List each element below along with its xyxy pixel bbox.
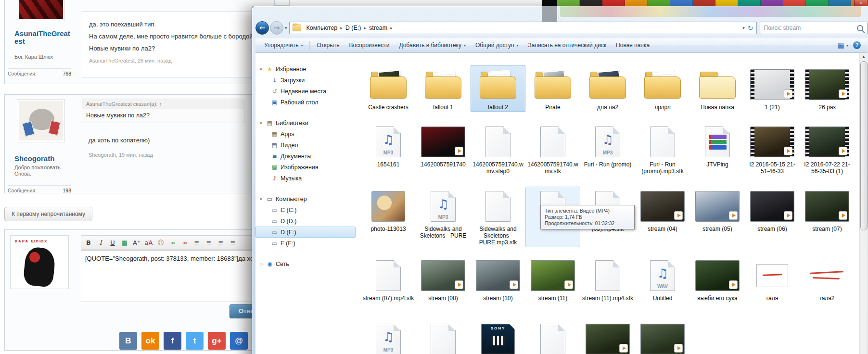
file-item[interactable]: stream (07) xyxy=(800,187,855,247)
file-item[interactable] xyxy=(580,319,635,354)
file-item[interactable]: stream (07).mp4.sfk xyxy=(361,256,416,303)
sidebar-item[interactable]: ▷◉Сеть xyxy=(255,258,356,269)
file-item[interactable]: лрлрл xyxy=(635,65,690,112)
scrollbar-thumb[interactable] xyxy=(860,61,868,230)
sidebar-item[interactable]: ▣Рабочий стол xyxy=(255,97,356,108)
file-item[interactable]: выеби его сука xyxy=(690,256,745,303)
jump-to-unread-button[interactable]: К первому непрочитанному xyxy=(4,207,92,221)
sidebar-item[interactable]: ▭D (D:) xyxy=(255,215,356,227)
vertical-scrollbar[interactable]: ▲ xyxy=(859,53,868,354)
quote-header[interactable]: AsunaiTheGreatest сказал(а): ↑ xyxy=(82,99,244,109)
file-item[interactable]: Новая папка xyxy=(690,65,745,112)
breadcrumb-item[interactable]: stream xyxy=(367,24,390,32)
address-bar[interactable]: Компьютер▸D (E:)▸stream▸ ▾ ↻ xyxy=(289,22,757,34)
view-dropdown-icon[interactable]: ▾ xyxy=(846,43,848,48)
toolbar-button[interactable]: Открыть xyxy=(312,39,344,51)
breadcrumb-separator-icon[interactable]: ▸ xyxy=(390,25,393,30)
sidebar-item[interactable]: ▾★Избранное xyxy=(255,63,356,75)
file-item[interactable]: галя2 xyxy=(800,256,855,303)
sidebar-item[interactable]: ▾▤Библиотеки xyxy=(255,117,356,128)
file-item[interactable]: 1 (21) xyxy=(745,65,800,112)
avatar[interactable] xyxy=(17,99,65,142)
file-item[interactable]: ♫MP3Furi - Run (promo) xyxy=(580,122,635,176)
file-item[interactable]: I2 2016-07-22 21-56-35-83 (1) xyxy=(800,122,855,176)
messages-value[interactable]: 768 xyxy=(63,71,71,76)
editor-avatar[interactable]: КАРА ШЛЮХ xyxy=(10,235,69,289)
file-item[interactable]: 14620057591740.wmv.sfk xyxy=(525,122,580,176)
recent-pages-dropdown-icon[interactable]: ▾ xyxy=(285,25,287,30)
file-item[interactable]: ♫MP3 xyxy=(361,319,416,354)
sidebar-item[interactable]: ▾▭Компьютер xyxy=(255,193,356,204)
sidebar-item[interactable]: ▤Видео xyxy=(255,139,356,151)
sidebar-item[interactable]: ↺Недавние места xyxy=(255,86,356,97)
toolbar-button[interactable]: Записать на оптический диск xyxy=(523,39,612,51)
file-item[interactable]: stream (04) xyxy=(635,187,690,247)
file-item[interactable]: photo-113013 xyxy=(361,187,416,247)
toolbar-button[interactable]: Упорядочить▾ xyxy=(259,39,307,51)
link-icon[interactable]: ∞ xyxy=(168,239,177,246)
file-item[interactable]: ♫WAVUntitled xyxy=(635,256,690,303)
file-item[interactable]: SONY xyxy=(471,319,525,354)
expander-icon[interactable]: ▾ xyxy=(260,197,266,202)
toolbar-button[interactable]: Добавить в библиотеку▾ xyxy=(394,39,471,51)
help-icon[interactable]: ? xyxy=(853,41,861,49)
toolbar-button[interactable]: Новая папка xyxy=(611,39,654,51)
italic-icon[interactable]: I xyxy=(96,239,105,246)
social-button-vk[interactable]: В xyxy=(119,332,137,350)
file-item[interactable]: stream (11) xyxy=(525,256,580,303)
file-item[interactable]: Sidewalks and Skeletons - PURE.mp3.sfk xyxy=(471,187,525,247)
file-item[interactable]: stream (10) xyxy=(471,256,525,303)
post-meta[interactable]: AsunaiTheGreatest, 26 мин. назад xyxy=(89,58,273,63)
bold-icon[interactable]: B xyxy=(84,239,93,246)
file-item[interactable]: fallout 2 xyxy=(471,65,525,112)
breadcrumb-item[interactable]: D (E:) xyxy=(343,24,364,32)
sidebar-item[interactable]: ▭F (F:) xyxy=(255,238,356,249)
underline-icon[interactable]: U xyxy=(108,239,117,246)
list-icon[interactable]: ≡ xyxy=(217,239,225,246)
address-dropdown-icon[interactable]: ▾ xyxy=(742,25,745,30)
file-item[interactable] xyxy=(635,319,690,354)
search-box[interactable]: Поиск: stream xyxy=(760,22,868,34)
change-view-icon[interactable]: ▦ xyxy=(838,41,844,50)
post-meta[interactable]: Sheogorath, 19 мин. назад xyxy=(89,152,153,158)
file-item[interactable]: JTVPing xyxy=(690,122,745,176)
scroll-up-arrow-icon[interactable]: ▲ xyxy=(860,53,868,61)
expander-icon[interactable]: ▾ xyxy=(260,67,266,72)
social-button-mail[interactable]: @ xyxy=(230,332,248,350)
file-item[interactable]: ♫MP31654161 xyxy=(361,122,416,176)
file-item[interactable]: fallout 1 xyxy=(416,65,471,112)
sidebar-item[interactable]: ≡Документы xyxy=(255,151,356,162)
file-item[interactable]: Castle crashers xyxy=(361,65,416,112)
toolbar-button[interactable]: Общий доступ▾ xyxy=(471,39,523,51)
table-icon[interactable]: ▦ xyxy=(120,239,129,246)
file-item[interactable]: 26 раз xyxy=(800,65,855,112)
messages-value[interactable]: 198 xyxy=(63,188,71,193)
unlink-icon[interactable]: ∞ xyxy=(180,239,189,246)
file-item[interactable]: I2 2016-05-15 21-51-46-33 xyxy=(745,122,800,176)
align-left-icon[interactable]: ≡ xyxy=(192,239,201,246)
sidebar-item[interactable]: ▭C (C:) xyxy=(255,204,356,215)
sidebar-item[interactable]: ↓Загрузки xyxy=(255,75,356,86)
refresh-icon[interactable]: ↻ xyxy=(748,24,753,32)
username-link[interactable]: Sheogorath xyxy=(14,155,73,163)
file-item[interactable]: stream (06) xyxy=(745,187,800,247)
avatar[interactable] xyxy=(17,0,65,21)
file-item[interactable]: для ла2 xyxy=(580,65,635,112)
social-button-google-plus[interactable]: g+ xyxy=(208,332,226,350)
social-button-odnoklassniki[interactable]: ok xyxy=(141,332,159,350)
forward-button[interactable]: → xyxy=(270,21,283,35)
back-button[interactable]: ← xyxy=(255,21,269,35)
file-item[interactable]: stream (11).mp4.sfk xyxy=(580,256,635,303)
font-color-icon[interactable]: aA xyxy=(144,239,153,246)
file-item[interactable]: ♫MP3Sidewalks and Skeletons - PURE xyxy=(416,187,471,247)
toolbar-button[interactable]: Воспроизвести xyxy=(345,39,395,51)
file-item[interactable]: Pirate xyxy=(525,65,580,112)
file-item[interactable]: галя xyxy=(745,256,800,303)
sidebar-item[interactable]: ▩Изображения xyxy=(255,162,356,173)
social-button-twitter[interactable]: t xyxy=(186,332,204,350)
file-item[interactable]: Furi - Run (promo).mp3.sfk xyxy=(635,122,690,176)
username-link[interactable]: AsunaiTheGreatest xyxy=(14,30,73,45)
editor-textarea[interactable]: [QUOTE="Sheogorath, post: 378133, member… xyxy=(81,250,274,302)
align-center-icon[interactable]: ≡ xyxy=(204,239,213,246)
expander-icon[interactable]: ▾ xyxy=(260,121,266,126)
